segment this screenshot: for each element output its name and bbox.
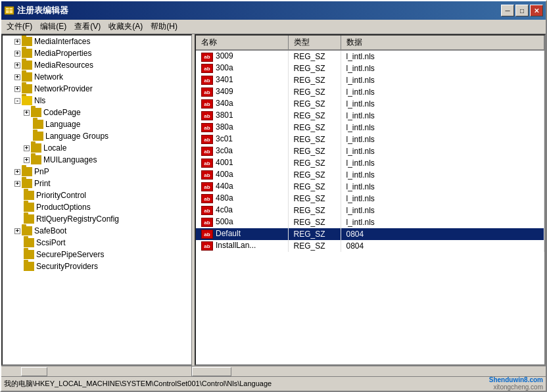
value-type: REG_SZ [288, 169, 341, 181]
maximize-button[interactable]: □ [515, 5, 529, 16]
table-row[interactable]: abInstallLan...REG_SZ0804 [196, 240, 544, 252]
value-type: REG_SZ [288, 74, 341, 86]
expand-icon[interactable]: + [24, 110, 30, 116]
tree-panel[interactable]: + MediaInterfaces + MediaProperties + Me… [1, 34, 192, 366]
menu-edit[interactable]: 编辑(E) [36, 20, 70, 34]
expand-icon[interactable]: + [24, 157, 30, 163]
watermark: Shenduwin8.com xitongcheng.com [489, 376, 543, 391]
expand-icon[interactable]: + [14, 181, 20, 187]
reg-value-icon: ab [201, 135, 213, 144]
reg-value-icon: ab [201, 218, 213, 227]
value-name: ab480a [196, 193, 288, 205]
value-name: ab3401 [196, 74, 288, 86]
tree-item-rtlq[interactable]: RtlQueryRegistryConfig [3, 213, 191, 225]
table-row[interactable]: ab3c01REG_SZl_intl.nls [196, 134, 544, 145]
tree-item-nls[interactable]: - Nls [3, 95, 191, 107]
tree-item-network[interactable]: + Network [3, 71, 191, 83]
reg-value-icon: ab [201, 99, 213, 109]
close-button[interactable]: ✕ [530, 5, 543, 16]
expand-icon[interactable]: + [14, 86, 20, 92]
minimize-button[interactable]: ─ [501, 5, 514, 16]
table-row[interactable]: ab480aREG_SZl_intl.nls [196, 193, 544, 205]
reg-value-icon: ab [201, 194, 213, 203]
table-row[interactable]: ab3801REG_SZl_intl.nls [196, 110, 544, 122]
menu-file[interactable]: 文件(F) [3, 20, 36, 34]
tree-item-secpipe[interactable]: SecurePipeServers [3, 249, 191, 260]
tree-item-mediaint[interactable]: + MediaInterfaces [3, 36, 191, 47]
reg-value-icon: ab [201, 64, 213, 73]
table-row[interactable]: ab3401REG_SZl_intl.nls [196, 74, 544, 86]
table-row[interactable]: ab4c0aREG_SZl_intl.nls [196, 205, 544, 216]
value-type: REG_SZ [288, 216, 341, 228]
value-type: REG_SZ [288, 228, 341, 240]
table-row[interactable]: ab340aREG_SZl_intl.nls [196, 98, 544, 110]
folder-icon [22, 72, 32, 82]
reg-value-icon: ab [201, 76, 213, 85]
table-row[interactable]: ab380aREG_SZl_intl.nls [196, 122, 544, 134]
values-scrollbar-h[interactable] [192, 366, 546, 376]
tree-item-mediares[interactable]: + MediaResources [3, 59, 191, 71]
menu-help[interactable]: 帮助(H) [147, 20, 181, 34]
table-row[interactable]: abDefaultREG_SZ0804 [196, 228, 544, 240]
menu-favorites[interactable]: 收藏夹(A) [105, 20, 147, 34]
col-data-header: 数据 [341, 36, 544, 50]
value-name: ab300a [196, 62, 288, 74]
reg-value-icon: ab [201, 230, 213, 239]
table-row[interactable]: ab4001REG_SZl_intl.nls [196, 157, 544, 169]
folder-icon [24, 262, 34, 271]
value-data: l_intl.nls [341, 122, 544, 134]
value-type: REG_SZ [288, 110, 341, 122]
expand-icon[interactable]: + [14, 74, 20, 80]
table-row[interactable]: ab3409REG_SZl_intl.nls [196, 86, 544, 98]
tree-item-scsiport[interactable]: ScsiPort [3, 237, 191, 249]
values-panel[interactable]: 名称 类型 数据 ab3009REG_SZl_intl.nlsab300aREG… [195, 34, 546, 366]
col-name-header: 名称 [196, 36, 288, 50]
tree-item-prodopts[interactable]: ProductOptions [3, 201, 191, 213]
tree-item-langgroups[interactable]: Language Groups [3, 130, 191, 142]
table-row[interactable]: ab3c0aREG_SZl_intl.nls [196, 145, 544, 157]
tree-item-muilang[interactable]: + MUILanguages [3, 154, 191, 166]
menu-view[interactable]: 查看(V) [70, 20, 105, 34]
expand-icon[interactable]: + [14, 169, 20, 175]
tree-item-language[interactable]: Language [3, 118, 191, 130]
value-data: l_intl.nls [341, 157, 544, 169]
expand-icon[interactable]: + [14, 228, 20, 234]
value-name: ab3409 [196, 86, 288, 98]
value-name: ab340a [196, 98, 288, 110]
reg-value-icon: ab [201, 182, 213, 191]
expand-icon[interactable]: + [14, 51, 20, 57]
bottom-scrollbar[interactable] [1, 366, 546, 376]
tree-item-safeboot[interactable]: + SafeBoot [3, 225, 191, 237]
expand-icon[interactable]: - [14, 98, 20, 104]
expand-icon[interactable]: + [24, 145, 30, 151]
table-row[interactable]: ab300aREG_SZl_intl.nls [196, 62, 544, 74]
tree-item-prictl[interactable]: PriorityControl [3, 189, 191, 201]
table-row[interactable]: ab400aREG_SZl_intl.nls [196, 169, 544, 181]
tree-item-secprov[interactable]: SecurityProviders [3, 260, 191, 272]
tree-item-print[interactable]: + Print [3, 178, 191, 189]
tree-item-netprov[interactable]: + NetworkProvider [3, 83, 191, 95]
reg-value-icon: ab [201, 87, 213, 97]
value-data: 0804 [341, 240, 544, 252]
tree-item-locale[interactable]: + Locale [3, 142, 191, 154]
value-name: ab400a [196, 169, 288, 181]
folder-icon [33, 120, 43, 129]
registry-editor-window: 注册表编辑器 ─ □ ✕ 文件(F) 编辑(E) 查看(V) 收藏夹(A) 帮助… [0, 0, 547, 392]
table-row[interactable]: ab3009REG_SZl_intl.nls [196, 50, 544, 62]
expand-icon[interactable]: + [14, 62, 20, 68]
value-data: l_intl.nls [341, 193, 544, 205]
tree-scrollbar-h[interactable] [1, 366, 192, 376]
value-data: l_intl.nls [341, 216, 544, 228]
tree-item-codepage[interactable]: + CodePage [3, 107, 191, 118]
tree-item-mediaprop[interactable]: + MediaProperties [3, 47, 191, 59]
tree-item-pnp[interactable]: + PnP [3, 166, 191, 178]
value-data: l_intl.nls [341, 134, 544, 145]
table-row[interactable]: ab440aREG_SZl_intl.nls [196, 181, 544, 193]
table-row[interactable]: ab500aREG_SZl_intl.nls [196, 216, 544, 228]
value-data: l_intl.nls [341, 205, 544, 216]
folder-icon [22, 37, 32, 46]
folder-icon [24, 250, 34, 259]
value-type: REG_SZ [288, 205, 341, 216]
expand-icon[interactable]: + [14, 39, 20, 45]
col-type-header: 类型 [288, 36, 341, 50]
